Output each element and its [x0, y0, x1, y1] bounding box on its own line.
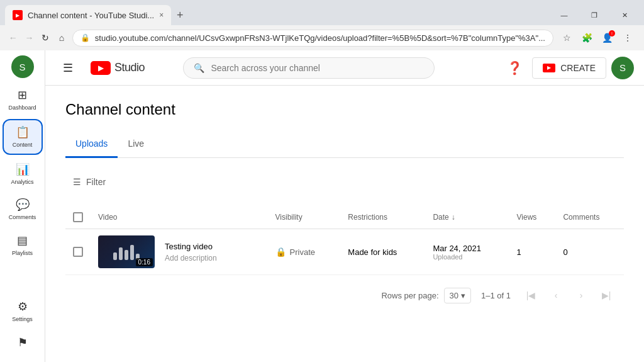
settings-icon: ⚙ [18, 300, 28, 314]
sidebar-item-feedback[interactable]: ⚑ [3, 331, 43, 357]
analytics-label: Analytics [11, 179, 33, 186]
address-actions: ☆ 🧩 👤 ! ⋮ [558, 29, 636, 47]
select-all-cell [65, 206, 91, 229]
create-button[interactable]: ▶ CREATE [532, 57, 606, 79]
tab-close-button[interactable]: × [159, 11, 164, 20]
row-checkbox[interactable] [73, 247, 83, 257]
menu-button[interactable]: ⋮ [619, 29, 636, 47]
sidebar: S ⊞ Dashboard 📋 Content 📊 Analytics 💬 Co… [0, 50, 45, 362]
prev-page-button[interactable]: ‹ [546, 285, 566, 305]
settings-label: Settings [12, 316, 33, 323]
duration-badge: 0:16 [136, 258, 153, 266]
home-button[interactable]: ⌂ [56, 29, 67, 47]
search-input[interactable] [211, 63, 424, 73]
th-views: Views [509, 206, 556, 229]
sidebar-item-analytics[interactable]: 📊 Analytics [3, 157, 43, 191]
lock-icon: 🔒 [80, 33, 90, 42]
date-primary: Mar 24, 2021 [433, 244, 501, 253]
main-content: Channel content Uploads Live ☰ Filter [45, 86, 644, 362]
video-thumbnail[interactable]: 0:16 [98, 235, 155, 268]
video-camera-icon: ▶ [543, 64, 555, 72]
tab-uploads[interactable]: Uploads [65, 131, 118, 158]
active-tab[interactable]: Channel content - YouTube Studi... × [5, 5, 171, 25]
close-button[interactable]: ✕ [610, 5, 639, 25]
tab-bar: Channel content - YouTube Studi... × + —… [0, 0, 644, 25]
rows-per-page: Rows per page: 30 ▾ [381, 288, 471, 303]
comments-label: Comments [9, 214, 36, 221]
hamburger-button[interactable]: ☰ [55, 55, 80, 81]
next-page-button[interactable]: › [571, 285, 591, 305]
header-actions: ❓ ▶ CREATE S [502, 55, 634, 81]
reload-button[interactable]: ↻ [40, 29, 51, 47]
comments-icon: 💬 [16, 198, 30, 212]
yt-studio-app: S ⊞ Dashboard 📋 Content 📊 Analytics 💬 Co… [0, 50, 644, 362]
tab-live[interactable]: Live [118, 131, 154, 158]
filter-label: Filter [86, 177, 106, 187]
content-table: Video Visibility Restrictions Date ↓ Vie… [65, 206, 624, 275]
restrictions-text: Made for kids [348, 247, 397, 257]
sidebar-item-content[interactable]: 📋 Content [3, 119, 43, 155]
notification-icon[interactable]: 👤 ! [599, 29, 616, 47]
last-page-button[interactable]: ▶| [596, 285, 616, 305]
search-bar[interactable]: 🔍 [183, 57, 435, 79]
bookmark-button[interactable]: ☆ [558, 29, 576, 47]
th-restrictions: Restrictions [340, 206, 425, 229]
sort-icon: ↓ [452, 213, 455, 222]
th-comments: Comments [555, 206, 624, 229]
yt-logo[interactable]: Studio [91, 61, 145, 75]
dashboard-label: Dashboard [8, 105, 36, 111]
date-sort[interactable]: Date ↓ [433, 213, 501, 222]
dashboard-icon: ⊞ [18, 88, 27, 102]
filter-button[interactable]: ☰ Filter [65, 173, 113, 191]
help-button[interactable]: ❓ [502, 55, 527, 81]
sidebar-item-playlists[interactable]: ▤ Playlists [3, 229, 43, 262]
user-avatar[interactable]: S [611, 57, 634, 79]
page-title: Channel content [65, 101, 624, 118]
select-all-checkbox[interactable] [73, 212, 83, 222]
visibility-text: Private [290, 247, 315, 257]
video-cell: 0:16 Testing video Add description [91, 229, 268, 275]
extensions-button[interactable]: 🧩 [579, 29, 596, 47]
rows-per-page-select[interactable]: 30 ▾ [444, 288, 471, 303]
new-tab-button[interactable]: + [171, 6, 189, 24]
sidebar-item-dashboard[interactable]: ⊞ Dashboard [3, 83, 43, 116]
views-count: 1 [517, 247, 521, 257]
th-visibility: Visibility [268, 206, 341, 229]
page-info: 1–1 of 1 [481, 291, 511, 300]
address-bar: ← → ↻ ⌂ 🔒 studio.youtube.com/channel/UCs… [0, 25, 644, 50]
views-cell: 1 [509, 229, 556, 275]
yt-header: ☰ Studio 🔍 ❓ ▶ CREATE S [45, 50, 644, 86]
content-label: Content [13, 142, 33, 149]
address-input[interactable]: 🔒 studio.youtube.com/channel/UCsvGxwpnFR… [72, 30, 553, 47]
row-checkbox-cell [65, 229, 91, 275]
analytics-icon: 📊 [16, 162, 30, 176]
rows-per-page-label: Rows per page: [381, 291, 438, 300]
maximize-button[interactable]: ❐ [580, 5, 609, 25]
studio-text: Studio [114, 61, 145, 74]
visibility-info: 🔒 Private [275, 247, 333, 257]
visibility-cell: 🔒 Private [268, 229, 341, 275]
date-cell: Mar 24, 2021 Uploaded [425, 229, 509, 275]
forward-button[interactable]: → [24, 29, 35, 47]
tabs: Uploads Live [65, 131, 624, 158]
sidebar-user-avatar[interactable]: S [11, 55, 34, 78]
feedback-icon: ⚑ [18, 336, 28, 349]
th-date[interactable]: Date ↓ [425, 206, 509, 229]
first-page-button[interactable]: |◀ [521, 285, 541, 305]
search-icon: 🔍 [194, 63, 204, 73]
visibility-icon: 🔒 [275, 247, 286, 257]
create-label: CREATE [560, 63, 596, 73]
minimize-button[interactable]: — [550, 5, 579, 25]
sidebar-item-comments[interactable]: 💬 Comments [3, 193, 43, 226]
back-button[interactable]: ← [8, 29, 19, 47]
tab-title: Channel content - YouTube Studi... [28, 11, 154, 20]
video-details: Testing video Add description [165, 242, 217, 263]
content-icon: 📋 [16, 125, 30, 139]
restrictions-cell: Made for kids [340, 229, 425, 275]
playlists-label: Playlists [12, 250, 33, 257]
rows-per-page-value: 30 [450, 291, 458, 300]
video-title: Testing video [165, 242, 217, 251]
window-controls: — ❐ ✕ [550, 5, 639, 25]
sidebar-item-settings[interactable]: ⚙ Settings [3, 295, 43, 328]
video-info-cell: 0:16 Testing video Add description [98, 235, 260, 268]
